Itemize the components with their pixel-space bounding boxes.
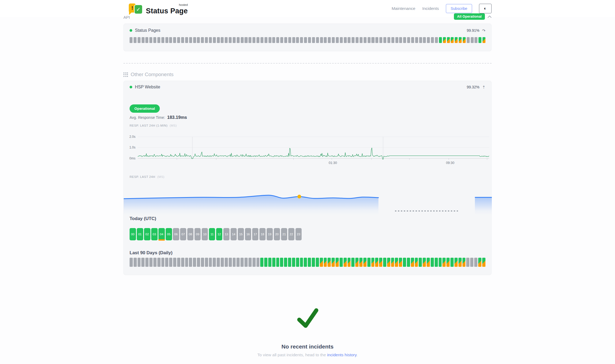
uptime-bar[interactable] <box>130 37 133 43</box>
uptime-bar[interactable] <box>256 37 259 43</box>
day-bar[interactable] <box>233 258 236 267</box>
day-bar[interactable] <box>236 258 240 267</box>
uptime-bar[interactable] <box>201 37 204 43</box>
uptime-bar[interactable] <box>276 37 279 43</box>
uptime-bar[interactable] <box>284 37 287 43</box>
day-bar[interactable] <box>439 258 442 267</box>
day-bar[interactable] <box>153 258 157 267</box>
day-bar[interactable] <box>193 258 196 267</box>
hour-block-13[interactable]: 13 <box>223 228 230 240</box>
day-bar[interactable] <box>165 258 168 267</box>
day-bar[interactable] <box>248 258 252 267</box>
day-bar[interactable] <box>284 258 287 267</box>
day-bar[interactable] <box>145 258 149 267</box>
refresh-icon[interactable]: ↷ <box>482 29 485 33</box>
day-bar[interactable] <box>213 258 216 267</box>
uptime-bar[interactable] <box>308 37 311 43</box>
day-bar[interactable] <box>300 258 303 267</box>
day-bar[interactable] <box>470 258 473 267</box>
day-bar[interactable] <box>157 258 161 267</box>
uptime-bar[interactable] <box>407 37 410 43</box>
hour-block-20[interactable]: 20 <box>274 228 280 240</box>
hour-block-06[interactable]: 06 <box>173 228 179 240</box>
uptime-bar[interactable] <box>411 37 414 43</box>
hour-block-21[interactable]: 21 <box>281 228 287 240</box>
day-bar[interactable] <box>348 258 351 267</box>
day-bar[interactable] <box>407 258 410 267</box>
uptime-bar[interactable] <box>474 37 477 43</box>
uptime-bar[interactable] <box>244 37 247 43</box>
day-bar[interactable] <box>344 258 347 267</box>
hour-block-01[interactable]: 01 <box>137 228 143 240</box>
day-bar[interactable] <box>427 258 430 267</box>
hour-block-23[interactable]: 23 <box>295 228 302 240</box>
response-time-area-chart[interactable] <box>124 186 492 216</box>
day-bar[interactable] <box>138 258 141 267</box>
uptime-bar[interactable] <box>375 37 378 43</box>
day-bar[interactable] <box>482 258 485 267</box>
day-bar[interactable] <box>454 258 458 267</box>
hour-block-12[interactable]: 12 <box>216 228 223 240</box>
day-bar[interactable] <box>260 258 263 267</box>
day-bar[interactable] <box>328 258 331 267</box>
day-bar[interactable] <box>229 258 232 267</box>
day-bar[interactable] <box>466 258 469 267</box>
uptime-bar[interactable] <box>264 37 267 43</box>
day-bar[interactable] <box>296 258 299 267</box>
hour-block-18[interactable]: 18 <box>259 228 266 240</box>
hour-block-16[interactable]: 16 <box>245 228 251 240</box>
uptime-bar[interactable] <box>316 37 319 43</box>
day-bar[interactable] <box>268 258 271 267</box>
day-bar[interactable] <box>419 258 422 267</box>
day-bar[interactable] <box>161 258 165 267</box>
day-bar[interactable] <box>359 258 363 267</box>
uptime-bar[interactable] <box>360 37 363 43</box>
hour-block-05[interactable]: 05 <box>166 228 172 240</box>
day-bar[interactable] <box>387 258 390 267</box>
hour-block-15[interactable]: 15 <box>238 228 244 240</box>
uptime-bar[interactable] <box>134 37 137 43</box>
uptime-bar[interactable] <box>467 37 470 43</box>
day-bar[interactable] <box>141 258 145 267</box>
uptime-bar[interactable] <box>142 37 145 43</box>
day-bar[interactable] <box>340 258 343 267</box>
day-bar[interactable] <box>280 258 283 267</box>
hour-block-19[interactable]: 19 <box>267 228 273 240</box>
uptime-bar[interactable] <box>312 37 315 43</box>
hour-block-04[interactable]: 04 <box>158 228 165 240</box>
uptime-bar[interactable] <box>435 37 438 43</box>
uptime-bar[interactable] <box>391 37 394 43</box>
day-bar[interactable] <box>431 258 434 267</box>
uptime-bar[interactable] <box>165 37 168 43</box>
day-bar[interactable] <box>391 258 394 267</box>
uptime-bar[interactable] <box>403 37 406 43</box>
uptime-bar[interactable] <box>415 37 418 43</box>
day-bar[interactable] <box>169 258 172 267</box>
day-bar[interactable] <box>395 258 398 267</box>
day-bar[interactable] <box>379 258 382 267</box>
uptime-bar[interactable] <box>395 37 398 43</box>
day-bar[interactable] <box>272 258 275 267</box>
day-bar[interactable] <box>134 258 137 267</box>
uptime-bar[interactable] <box>292 37 295 43</box>
day-bar[interactable] <box>375 258 378 267</box>
day-bar[interactable] <box>462 258 466 267</box>
day-bar[interactable] <box>256 258 260 267</box>
hour-block-14[interactable]: 14 <box>231 228 237 240</box>
day-bar[interactable] <box>189 258 192 267</box>
day-bar[interactable] <box>304 258 307 267</box>
day-bar[interactable] <box>288 258 291 267</box>
uptime-bar[interactable] <box>364 37 367 43</box>
day-bar[interactable] <box>450 258 454 267</box>
hour-block-09[interactable]: 09 <box>194 228 201 240</box>
day-bar[interactable] <box>240 258 244 267</box>
day-bar[interactable] <box>177 258 180 267</box>
uptime-bar[interactable] <box>320 37 323 43</box>
day-bar[interactable] <box>324 258 327 267</box>
hour-block-00[interactable]: 00 <box>130 228 136 240</box>
uptime-bar[interactable] <box>138 37 141 43</box>
uptime-bar[interactable] <box>300 37 303 43</box>
uptime-bar[interactable] <box>217 37 220 43</box>
uptime-bar[interactable] <box>209 37 212 43</box>
day-bar[interactable] <box>415 258 418 267</box>
